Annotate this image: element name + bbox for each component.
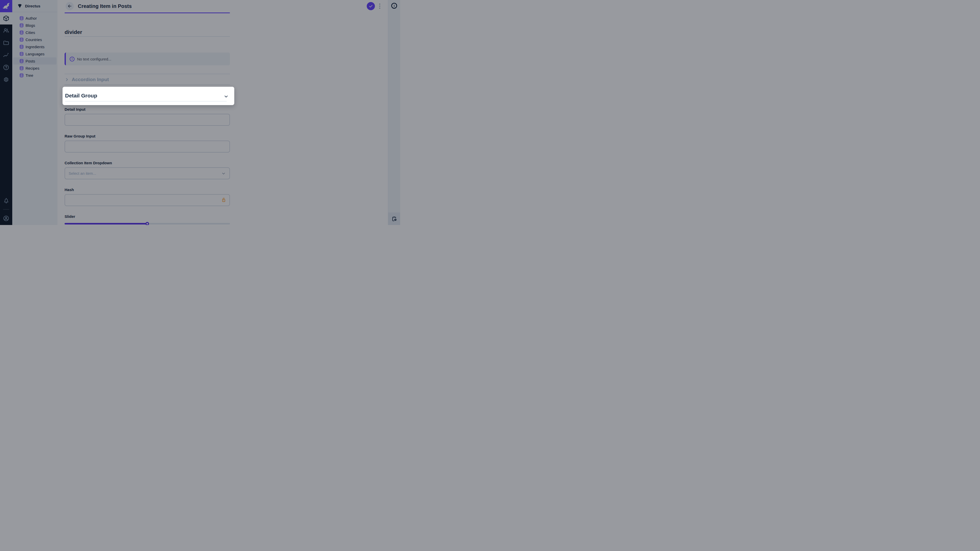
main-area: Creating Item in Posts divider: [57, 0, 388, 225]
module-bar-spacer: [0, 86, 12, 194]
info-circle-icon: i: [391, 3, 397, 9]
field-label: Collection Item Dropdown: [65, 161, 230, 165]
raw-group-input-field[interactable]: [65, 141, 230, 152]
account-button[interactable]: [0, 212, 12, 224]
detail-input-field[interactable]: [65, 114, 230, 126]
rabbit-icon: [2, 2, 10, 10]
field-label: Raw Group Input: [65, 134, 230, 138]
directus-logo[interactable]: [0, 0, 12, 12]
field-label: Slider: [65, 214, 230, 219]
save-button[interactable]: [367, 2, 375, 10]
database-icon: [19, 44, 24, 49]
detail-group-title: Detail Group: [65, 92, 227, 99]
database-icon: [19, 30, 24, 35]
notice-text: No text configured...: [77, 57, 111, 61]
box-icon: [3, 15, 10, 22]
arrow-left-icon: [67, 3, 72, 9]
revisions-drawer-toggle[interactable]: [388, 213, 400, 225]
sidebar-item-countries[interactable]: Countries: [13, 36, 56, 43]
sidebar-item-recipes[interactable]: Recipes: [13, 65, 56, 72]
module-content[interactable]: [0, 12, 12, 24]
sidebar-item-blogs[interactable]: Blogs: [13, 22, 56, 29]
sidebar-item-label: Countries: [25, 38, 42, 42]
check-icon: [368, 3, 373, 9]
help-circle-icon: [3, 64, 10, 71]
section-rule: [65, 84, 230, 85]
right-sidebar: i: [388, 0, 400, 225]
module-files[interactable]: [0, 37, 12, 49]
module-help[interactable]: [0, 61, 12, 73]
database-icon: [19, 73, 24, 78]
field-detail-input: Detail Input: [65, 107, 230, 126]
sidebar-item-label: Languages: [25, 52, 45, 56]
dropdown-placeholder: Select an item...: [68, 171, 96, 176]
slider-fill: [65, 223, 147, 224]
lock-open-icon: [221, 197, 226, 203]
accordion-input-header[interactable]: Accordion Input: [65, 76, 230, 83]
sidebar-item-ingredients[interactable]: Ingredients: [13, 43, 56, 50]
header-menu-button[interactable]: [378, 3, 381, 10]
module-bar: [0, 0, 12, 225]
hash-input-field[interactable]: [65, 194, 230, 206]
field-collection-item-dropdown: Collection Item Dropdown Select an item.…: [65, 161, 230, 179]
collections-list: Author Blogs Cities Countries Ingredient…: [12, 12, 57, 79]
notice-banner: i No text configured...: [65, 52, 230, 65]
item-info-button[interactable]: i: [391, 3, 397, 9]
focused-field-underline: [65, 13, 230, 13]
database-icon: [19, 38, 24, 42]
sidebar-item-cities[interactable]: Cities: [13, 29, 56, 36]
section-rule: [65, 74, 230, 74]
slider-handle[interactable]: [145, 222, 149, 225]
field-raw-group-input: Raw Group Input: [65, 134, 230, 152]
slider[interactable]: [65, 222, 230, 225]
page-title: Creating Item in Posts: [78, 3, 132, 9]
sidebar-item-posts[interactable]: Posts: [13, 57, 56, 65]
chevron-down-icon: [224, 94, 229, 99]
sidebar-item-label: Cities: [25, 30, 35, 35]
database-icon: [19, 66, 24, 70]
slider-track[interactable]: [65, 223, 230, 224]
database-icon: [19, 16, 24, 21]
kebab-vertical-icon: [379, 3, 380, 9]
people-icon: [3, 27, 10, 34]
header-actions: [367, 2, 381, 10]
database-icon: [19, 23, 24, 27]
field-slider: Slider: [65, 214, 230, 225]
detail-group-rule: [65, 101, 227, 102]
folder-icon: [3, 40, 10, 46]
accordion-input-label: Accordion Input: [72, 77, 109, 83]
item-form: divider i No text configured... Accordio…: [65, 13, 230, 225]
module-bar-divider: [3, 209, 9, 210]
sidebar-item-author[interactable]: Author: [13, 14, 56, 22]
project-header[interactable]: Directus: [12, 0, 57, 12]
gear-icon: [3, 76, 10, 83]
collection-item-dropdown[interactable]: Select an item...: [65, 167, 230, 179]
module-users[interactable]: [0, 24, 12, 37]
clipboard-clock-icon: [391, 216, 397, 222]
page-header: Creating Item in Posts: [57, 0, 388, 12]
sidebar-item-languages[interactable]: Languages: [13, 50, 56, 57]
sidebar-item-label: Ingredients: [25, 44, 45, 49]
sidebar-item-label: Blogs: [25, 23, 35, 27]
chevron-right-icon: [65, 77, 69, 82]
divider-rule: [65, 36, 230, 37]
database-icon: [19, 52, 24, 56]
chevron-down-icon: [221, 171, 226, 176]
detail-group-header[interactable]: Detail Group: [62, 87, 234, 105]
person-circle-icon: [3, 215, 10, 222]
field-label: Detail Input: [65, 107, 230, 111]
activity-sparkle-icon: [3, 52, 10, 59]
field-hash: Hash: [65, 187, 230, 206]
sidebar-item-label: Tree: [25, 73, 33, 78]
notifications-button[interactable]: [0, 194, 12, 206]
sidebar-item-label: Recipes: [25, 66, 39, 70]
field-label: Hash: [65, 187, 230, 192]
back-button[interactable]: [65, 2, 74, 10]
sidebar-item-tree[interactable]: Tree: [13, 72, 56, 79]
module-settings[interactable]: [0, 73, 12, 86]
bell-icon: [3, 197, 10, 204]
nav-sidebar: Directus Author Blogs Cities Countries I…: [12, 0, 57, 225]
module-insights[interactable]: [0, 49, 12, 61]
database-icon: [19, 59, 24, 63]
info-circle-icon: i: [70, 57, 75, 62]
